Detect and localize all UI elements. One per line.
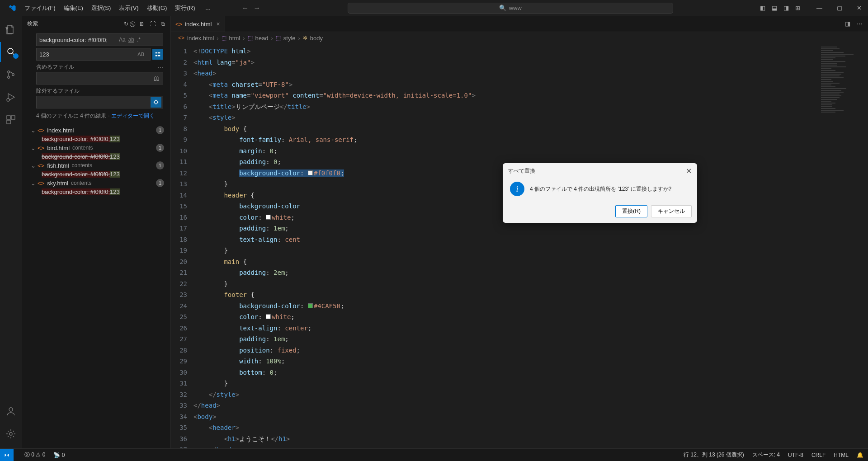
window-minimize-icon[interactable]: — [814, 5, 825, 11]
new-file-icon[interactable]: 🗎 [139, 21, 145, 27]
activity-scm[interactable] [0, 65, 22, 85]
result-line[interactable]: background-color: #f0f0f0;123 [22, 170, 167, 178]
result-file[interactable]: ⌄ <> fish.html contents 1 [22, 160, 167, 170]
replace-input[interactable] [36, 48, 151, 61]
result-count-badge: 1 [156, 126, 164, 134]
command-center[interactable]: 🔍 www [348, 3, 673, 14]
dialog-cancel-button[interactable]: キャンセル [651, 205, 692, 217]
svg-point-2 [8, 71, 10, 73]
menu-run[interactable]: 実行(R) [171, 2, 198, 14]
collapse-icon[interactable]: ⧉ [161, 21, 165, 27]
include-label: 含めるファイル [36, 63, 74, 71]
result-file-name: fish.html [47, 162, 69, 169]
notifications-icon[interactable]: 🔔 [857, 452, 863, 458]
open-in-editor-link[interactable]: エディターで開く [111, 113, 155, 119]
result-file-name: sky.html [47, 180, 68, 187]
status-problems[interactable]: ⓧ 0 ⚠ 0 [24, 451, 45, 459]
result-file[interactable]: ⌄ <> sky.html contents 1 [22, 178, 167, 188]
activity-debug[interactable] [0, 87, 22, 107]
menu-view[interactable]: 表示(V) [115, 2, 142, 14]
split-editor-icon[interactable]: ◨ [845, 20, 850, 27]
svg-point-0 [8, 48, 13, 54]
dialog-ok-button[interactable]: 置換(R) [615, 205, 647, 217]
status-eol[interactable]: CRLF [811, 452, 826, 458]
layout-left-icon[interactable]: ◧ [760, 5, 765, 11]
status-indent[interactable]: スペース: 4 [752, 451, 780, 459]
breadcrumb-item[interactable]: head [255, 35, 269, 42]
toggle-details-icon[interactable]: ⋯ [158, 64, 163, 71]
editor-area: <> index.html × ◨ ⋯ <> index.html› ⬚ htm… [171, 16, 868, 448]
status-encoding[interactable]: UTF-8 [788, 452, 803, 458]
activity-search[interactable] [0, 42, 22, 62]
status-ports[interactable]: 📡 0 [53, 452, 65, 458]
regex-icon[interactable]: .* [137, 37, 141, 43]
code-editor[interactable]: <!DOCTYPE html><html lang="ja"><head> <m… [193, 44, 868, 448]
result-file-name: bird.html [47, 145, 70, 151]
activity-extensions[interactable] [0, 110, 22, 130]
menu-overflow[interactable]: … [201, 3, 214, 13]
toggle-replace-icon[interactable]: ▾ [5, 25, 9, 32]
layout-customize-icon[interactable]: ⊞ [795, 5, 800, 11]
activity-settings[interactable] [0, 424, 22, 444]
match-word-icon[interactable]: ab [128, 37, 134, 43]
status-cursor[interactable]: 行 12、列 13 (26 個選択) [684, 451, 744, 459]
more-actions-icon[interactable]: ⋯ [857, 20, 863, 27]
breadcrumb-item[interactable]: body [310, 35, 323, 42]
menu-edit[interactable]: 編集(E) [60, 2, 87, 14]
html-file-icon: <> [175, 21, 182, 28]
search-input[interactable] [36, 33, 163, 46]
expand-icon[interactable]: ⛶ [150, 21, 156, 27]
refresh-icon[interactable]: ↻ [124, 21, 128, 27]
nav-forward-icon[interactable]: → [253, 4, 260, 12]
menu-selection[interactable]: 選択(S) [88, 2, 114, 14]
use-exclude-settings-icon[interactable] [151, 97, 161, 108]
svg-point-10 [9, 433, 12, 435]
html-file-icon: <> [178, 35, 184, 41]
breadcrumb-item[interactable]: style [283, 35, 296, 42]
dialog-title: すべて置換 [508, 167, 535, 175]
selector-icon: ✲ [303, 35, 307, 41]
svg-point-3 [8, 76, 10, 79]
nav-back-icon[interactable]: ← [241, 4, 249, 12]
dialog-message: 4 個のファイルで 4 件の出現箇所を '123' に置換しますか? [530, 185, 671, 193]
remote-indicator[interactable] [0, 449, 14, 461]
window-maximize-icon[interactable]: ▢ [834, 5, 845, 11]
chevron-down-icon: ⌄ [31, 127, 36, 134]
include-input[interactable] [36, 72, 163, 85]
layout-right-icon[interactable]: ◨ [783, 5, 789, 11]
replace-all-button[interactable] [152, 49, 163, 60]
svg-point-5 [7, 99, 9, 101]
breadcrumbs[interactable]: <> index.html› ⬚ html› ⬚ head› ⬚ style› … [171, 32, 868, 44]
book-icon[interactable]: 🕮 [154, 75, 160, 82]
match-case-icon[interactable]: Aa [119, 37, 126, 43]
dialog-close-icon[interactable]: ✕ [686, 167, 692, 175]
html-file-icon: <> [38, 162, 44, 169]
exclude-input[interactable] [36, 96, 163, 108]
status-bar: ⓧ 0 ⚠ 0 📡 0 行 12、列 13 (26 個選択) スペース: 4 U… [0, 448, 868, 461]
exclude-label: 除外するファイル [36, 87, 80, 95]
result-count-badge: 1 [156, 144, 164, 152]
svg-rect-7 [11, 116, 15, 119]
breadcrumb-item[interactable]: html [229, 35, 241, 42]
preserve-case-icon[interactable]: AB [137, 52, 144, 57]
result-file[interactable]: ⌄ <> index.html 1 [22, 125, 167, 135]
menu-file[interactable]: ファイル(F) [21, 2, 59, 14]
menu-go[interactable]: 移動(G) [143, 2, 171, 14]
result-line[interactable]: background-color: #f0f0f0;123 [22, 188, 167, 196]
result-file[interactable]: ⌄ <> bird.html contents 1 [22, 143, 167, 153]
result-line[interactable]: background-color: #f0f0f0;123 [22, 153, 167, 160]
minimap[interactable] [821, 47, 862, 128]
tab-index-html[interactable]: <> index.html × [171, 16, 225, 32]
results-tree: ⌄ <> index.html 1 background-color: #f0f… [22, 125, 170, 196]
activity-bar [0, 16, 22, 448]
activity-explorer[interactable] [0, 19, 22, 39]
close-icon[interactable]: × [216, 20, 220, 28]
window-close-icon[interactable]: ✕ [854, 5, 864, 11]
layout-bottom-icon[interactable]: ⬓ [772, 5, 777, 11]
activity-accounts[interactable] [0, 401, 22, 421]
breadcrumb-item[interactable]: index.html [187, 35, 214, 42]
svg-point-11 [155, 101, 158, 104]
result-line[interactable]: background-color: #f0f0f0;123 [22, 135, 167, 143]
status-language[interactable]: HTML [834, 452, 849, 458]
element-icon: ⬚ [276, 35, 281, 41]
